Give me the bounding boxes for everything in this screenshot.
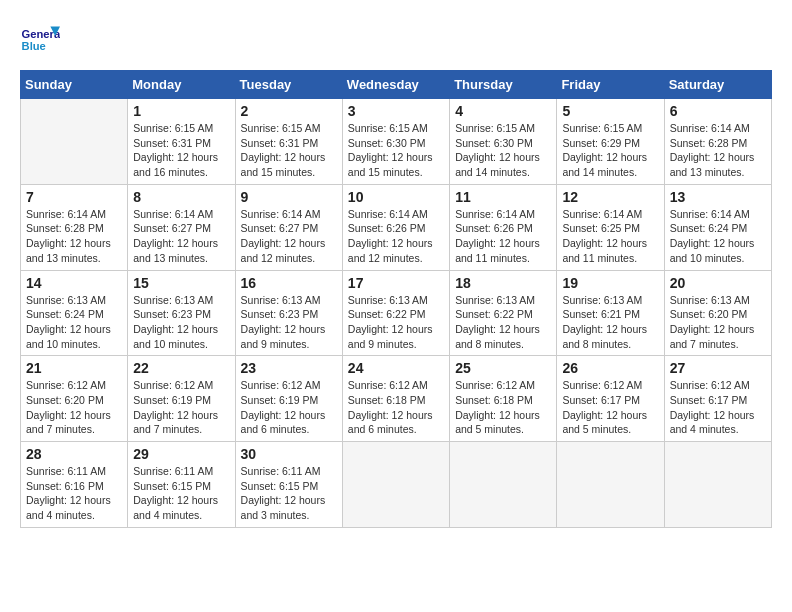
- calendar-week-row: 21Sunrise: 6:12 AMSunset: 6:20 PMDayligh…: [21, 356, 772, 442]
- calendar-day-cell: 25Sunrise: 6:12 AMSunset: 6:18 PMDayligh…: [450, 356, 557, 442]
- day-number: 27: [670, 360, 766, 376]
- day-number: 10: [348, 189, 444, 205]
- day-info: Sunrise: 6:15 AMSunset: 6:29 PMDaylight:…: [562, 121, 658, 180]
- day-number: 19: [562, 275, 658, 291]
- day-number: 18: [455, 275, 551, 291]
- day-info: Sunrise: 6:12 AMSunset: 6:18 PMDaylight:…: [455, 378, 551, 437]
- day-info: Sunrise: 6:14 AMSunset: 6:24 PMDaylight:…: [670, 207, 766, 266]
- calendar-day-cell: 11Sunrise: 6:14 AMSunset: 6:26 PMDayligh…: [450, 184, 557, 270]
- day-number: 9: [241, 189, 337, 205]
- day-info: Sunrise: 6:14 AMSunset: 6:27 PMDaylight:…: [133, 207, 229, 266]
- weekday-header-row: SundayMondayTuesdayWednesdayThursdayFrid…: [21, 71, 772, 99]
- logo: General Blue: [20, 20, 64, 60]
- calendar-day-cell: 23Sunrise: 6:12 AMSunset: 6:19 PMDayligh…: [235, 356, 342, 442]
- day-info: Sunrise: 6:13 AMSunset: 6:23 PMDaylight:…: [133, 293, 229, 352]
- calendar-day-cell: [21, 99, 128, 185]
- calendar-day-cell: 2Sunrise: 6:15 AMSunset: 6:31 PMDaylight…: [235, 99, 342, 185]
- calendar-table: SundayMondayTuesdayWednesdayThursdayFrid…: [20, 70, 772, 528]
- calendar-day-cell: 15Sunrise: 6:13 AMSunset: 6:23 PMDayligh…: [128, 270, 235, 356]
- calendar-day-cell: 14Sunrise: 6:13 AMSunset: 6:24 PMDayligh…: [21, 270, 128, 356]
- calendar-day-cell: [342, 442, 449, 528]
- calendar-day-cell: 16Sunrise: 6:13 AMSunset: 6:23 PMDayligh…: [235, 270, 342, 356]
- svg-text:Blue: Blue: [22, 40, 46, 52]
- day-info: Sunrise: 6:14 AMSunset: 6:27 PMDaylight:…: [241, 207, 337, 266]
- calendar-day-cell: 27Sunrise: 6:12 AMSunset: 6:17 PMDayligh…: [664, 356, 771, 442]
- day-number: 1: [133, 103, 229, 119]
- weekday-header-cell: Saturday: [664, 71, 771, 99]
- day-number: 14: [26, 275, 122, 291]
- day-info: Sunrise: 6:14 AMSunset: 6:26 PMDaylight:…: [455, 207, 551, 266]
- calendar-day-cell: 12Sunrise: 6:14 AMSunset: 6:25 PMDayligh…: [557, 184, 664, 270]
- day-info: Sunrise: 6:15 AMSunset: 6:31 PMDaylight:…: [133, 121, 229, 180]
- calendar-week-row: 7Sunrise: 6:14 AMSunset: 6:28 PMDaylight…: [21, 184, 772, 270]
- day-number: 17: [348, 275, 444, 291]
- day-info: Sunrise: 6:12 AMSunset: 6:19 PMDaylight:…: [241, 378, 337, 437]
- day-info: Sunrise: 6:11 AMSunset: 6:15 PMDaylight:…: [133, 464, 229, 523]
- calendar-week-row: 1Sunrise: 6:15 AMSunset: 6:31 PMDaylight…: [21, 99, 772, 185]
- day-number: 26: [562, 360, 658, 376]
- calendar-day-cell: 3Sunrise: 6:15 AMSunset: 6:30 PMDaylight…: [342, 99, 449, 185]
- calendar-day-cell: 22Sunrise: 6:12 AMSunset: 6:19 PMDayligh…: [128, 356, 235, 442]
- day-number: 16: [241, 275, 337, 291]
- day-number: 7: [26, 189, 122, 205]
- calendar-day-cell: 30Sunrise: 6:11 AMSunset: 6:15 PMDayligh…: [235, 442, 342, 528]
- day-number: 12: [562, 189, 658, 205]
- day-info: Sunrise: 6:15 AMSunset: 6:31 PMDaylight:…: [241, 121, 337, 180]
- day-number: 22: [133, 360, 229, 376]
- calendar-day-cell: 17Sunrise: 6:13 AMSunset: 6:22 PMDayligh…: [342, 270, 449, 356]
- calendar-day-cell: 8Sunrise: 6:14 AMSunset: 6:27 PMDaylight…: [128, 184, 235, 270]
- day-number: 29: [133, 446, 229, 462]
- day-info: Sunrise: 6:11 AMSunset: 6:15 PMDaylight:…: [241, 464, 337, 523]
- calendar-day-cell: 9Sunrise: 6:14 AMSunset: 6:27 PMDaylight…: [235, 184, 342, 270]
- day-number: 28: [26, 446, 122, 462]
- day-info: Sunrise: 6:12 AMSunset: 6:18 PMDaylight:…: [348, 378, 444, 437]
- day-info: Sunrise: 6:11 AMSunset: 6:16 PMDaylight:…: [26, 464, 122, 523]
- weekday-header-cell: Monday: [128, 71, 235, 99]
- calendar-day-cell: [557, 442, 664, 528]
- calendar-body: 1Sunrise: 6:15 AMSunset: 6:31 PMDaylight…: [21, 99, 772, 528]
- calendar-day-cell: 1Sunrise: 6:15 AMSunset: 6:31 PMDaylight…: [128, 99, 235, 185]
- calendar-day-cell: 18Sunrise: 6:13 AMSunset: 6:22 PMDayligh…: [450, 270, 557, 356]
- day-info: Sunrise: 6:14 AMSunset: 6:25 PMDaylight:…: [562, 207, 658, 266]
- day-number: 23: [241, 360, 337, 376]
- day-number: 21: [26, 360, 122, 376]
- weekday-header-cell: Friday: [557, 71, 664, 99]
- calendar-day-cell: [450, 442, 557, 528]
- day-info: Sunrise: 6:13 AMSunset: 6:24 PMDaylight:…: [26, 293, 122, 352]
- calendar-day-cell: 7Sunrise: 6:14 AMSunset: 6:28 PMDaylight…: [21, 184, 128, 270]
- day-info: Sunrise: 6:14 AMSunset: 6:26 PMDaylight:…: [348, 207, 444, 266]
- calendar-day-cell: 21Sunrise: 6:12 AMSunset: 6:20 PMDayligh…: [21, 356, 128, 442]
- weekday-header-cell: Sunday: [21, 71, 128, 99]
- calendar-day-cell: 28Sunrise: 6:11 AMSunset: 6:16 PMDayligh…: [21, 442, 128, 528]
- day-number: 8: [133, 189, 229, 205]
- day-number: 5: [562, 103, 658, 119]
- day-number: 25: [455, 360, 551, 376]
- day-info: Sunrise: 6:14 AMSunset: 6:28 PMDaylight:…: [26, 207, 122, 266]
- calendar-day-cell: 13Sunrise: 6:14 AMSunset: 6:24 PMDayligh…: [664, 184, 771, 270]
- calendar-day-cell: 10Sunrise: 6:14 AMSunset: 6:26 PMDayligh…: [342, 184, 449, 270]
- day-number: 30: [241, 446, 337, 462]
- day-number: 11: [455, 189, 551, 205]
- day-number: 6: [670, 103, 766, 119]
- day-number: 15: [133, 275, 229, 291]
- day-info: Sunrise: 6:14 AMSunset: 6:28 PMDaylight:…: [670, 121, 766, 180]
- calendar-day-cell: 29Sunrise: 6:11 AMSunset: 6:15 PMDayligh…: [128, 442, 235, 528]
- weekday-header-cell: Wednesday: [342, 71, 449, 99]
- calendar-day-cell: [664, 442, 771, 528]
- day-info: Sunrise: 6:13 AMSunset: 6:21 PMDaylight:…: [562, 293, 658, 352]
- calendar-day-cell: 20Sunrise: 6:13 AMSunset: 6:20 PMDayligh…: [664, 270, 771, 356]
- calendar-day-cell: 19Sunrise: 6:13 AMSunset: 6:21 PMDayligh…: [557, 270, 664, 356]
- day-info: Sunrise: 6:13 AMSunset: 6:20 PMDaylight:…: [670, 293, 766, 352]
- day-info: Sunrise: 6:13 AMSunset: 6:23 PMDaylight:…: [241, 293, 337, 352]
- page-header: General Blue: [20, 20, 772, 60]
- calendar-day-cell: 24Sunrise: 6:12 AMSunset: 6:18 PMDayligh…: [342, 356, 449, 442]
- day-info: Sunrise: 6:15 AMSunset: 6:30 PMDaylight:…: [455, 121, 551, 180]
- calendar-week-row: 14Sunrise: 6:13 AMSunset: 6:24 PMDayligh…: [21, 270, 772, 356]
- day-number: 13: [670, 189, 766, 205]
- day-info: Sunrise: 6:12 AMSunset: 6:20 PMDaylight:…: [26, 378, 122, 437]
- day-info: Sunrise: 6:12 AMSunset: 6:17 PMDaylight:…: [562, 378, 658, 437]
- weekday-header-cell: Tuesday: [235, 71, 342, 99]
- day-number: 2: [241, 103, 337, 119]
- weekday-header-cell: Thursday: [450, 71, 557, 99]
- calendar-day-cell: 26Sunrise: 6:12 AMSunset: 6:17 PMDayligh…: [557, 356, 664, 442]
